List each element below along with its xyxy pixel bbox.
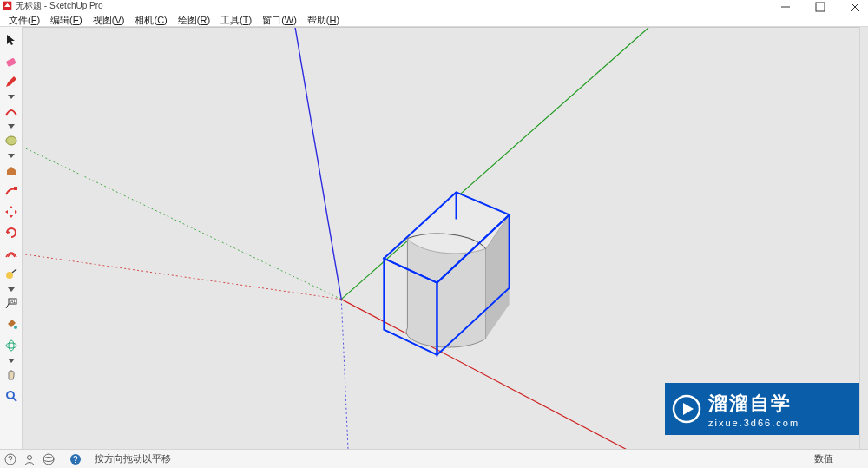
window-title: 无标题 - SketchUp Pro bbox=[16, 1, 103, 11]
tool-shape[interactable] bbox=[2, 131, 21, 150]
workspace: A1 bbox=[0, 27, 868, 449]
svg-line-12 bbox=[6, 304, 9, 308]
svg-line-22 bbox=[295, 28, 341, 300]
minimize-icon bbox=[780, 2, 791, 12]
tool-arc-dropdown[interactable] bbox=[2, 122, 21, 129]
window-controls bbox=[778, 2, 863, 12]
viewport[interactable]: 溜溜自学 zixue.3d66.com bbox=[23, 27, 868, 449]
chevron-down-icon bbox=[8, 154, 15, 158]
svg-point-16 bbox=[7, 392, 14, 399]
help-icon[interactable]: ? bbox=[3, 452, 17, 466]
tool-line-dropdown[interactable] bbox=[2, 93, 21, 100]
svg-text:?: ? bbox=[73, 455, 78, 465]
close-button[interactable] bbox=[847, 2, 863, 12]
menu-view[interactable]: 视图(V) bbox=[88, 14, 130, 26]
menu-window[interactable]: 窗口(W) bbox=[257, 14, 302, 26]
tool-paint[interactable] bbox=[2, 315, 21, 334]
svg-line-9 bbox=[12, 269, 16, 273]
tool-pushpull[interactable] bbox=[2, 161, 21, 180]
svg-line-19 bbox=[23, 132, 341, 299]
restore-icon bbox=[815, 2, 825, 12]
rotate-icon bbox=[4, 226, 18, 240]
tool-orbit[interactable] bbox=[2, 336, 21, 355]
svg-line-23 bbox=[341, 300, 348, 449]
menu-bar: 文件(F) 编辑(E) 视图(V) 相机(C) 绘图(R) 工具(T) 窗口(W… bbox=[0, 13, 868, 27]
menu-edit[interactable]: 编辑(E) bbox=[45, 14, 88, 26]
svg-marker-29 bbox=[683, 403, 694, 415]
tool-move[interactable] bbox=[2, 202, 21, 221]
user-icon[interactable] bbox=[23, 452, 36, 466]
svg-line-17 bbox=[13, 398, 16, 401]
restore-button[interactable] bbox=[812, 2, 828, 12]
tool-tape-dropdown[interactable] bbox=[2, 286, 21, 293]
menu-file[interactable]: 文件(F) bbox=[3, 14, 45, 26]
axes bbox=[23, 28, 648, 449]
chevron-down-icon bbox=[8, 124, 15, 129]
offset-icon bbox=[4, 247, 18, 260]
rectangle-icon bbox=[4, 134, 18, 148]
tool-arc[interactable] bbox=[2, 102, 21, 121]
toolbar: A1 bbox=[0, 27, 23, 449]
model bbox=[384, 192, 509, 347]
geo-icon[interactable] bbox=[42, 452, 56, 466]
close-icon bbox=[850, 2, 860, 12]
svg-point-32 bbox=[28, 455, 32, 459]
svg-point-15 bbox=[9, 340, 14, 351]
tool-eraser[interactable] bbox=[2, 51, 21, 70]
tool-tape[interactable] bbox=[2, 265, 21, 284]
tool-shape-dropdown[interactable] bbox=[2, 152, 21, 159]
pushpull-icon bbox=[4, 163, 18, 177]
svg-rect-5 bbox=[5, 57, 16, 67]
chevron-down-icon bbox=[8, 95, 15, 99]
menu-camera[interactable]: 相机(C) bbox=[129, 14, 172, 26]
svg-point-13 bbox=[14, 326, 17, 329]
svg-text:A1: A1 bbox=[10, 299, 16, 304]
paint-bucket-icon bbox=[4, 318, 18, 332]
pencil-icon bbox=[4, 75, 18, 89]
tape-icon bbox=[4, 267, 18, 281]
vcb-label: 数值 bbox=[814, 452, 833, 465]
tray-bar bbox=[859, 27, 868, 449]
followme-icon bbox=[4, 184, 18, 198]
tool-pan[interactable] bbox=[2, 366, 21, 385]
svg-rect-7 bbox=[14, 187, 17, 190]
move-icon bbox=[4, 205, 18, 219]
svg-point-14 bbox=[6, 343, 16, 348]
chevron-down-icon bbox=[8, 359, 15, 363]
orbit-icon bbox=[4, 339, 18, 353]
info-icon[interactable]: ? bbox=[69, 452, 82, 466]
tool-rotate[interactable] bbox=[2, 223, 21, 242]
cursor-icon bbox=[4, 33, 18, 47]
chevron-down-icon bbox=[8, 287, 15, 292]
tool-followme[interactable] bbox=[2, 181, 21, 201]
watermark-url: zixue.3d66.com bbox=[708, 418, 799, 428]
status-bar: ? | ? 按方向拖动以平移 数值 bbox=[0, 449, 868, 468]
tool-line[interactable] bbox=[2, 72, 21, 91]
minimize-button[interactable] bbox=[778, 2, 793, 12]
app-icon bbox=[3, 1, 12, 10]
tool-zoom[interactable] bbox=[2, 386, 21, 405]
tool-text[interactable]: A1 bbox=[2, 294, 21, 313]
arc-icon bbox=[4, 104, 18, 118]
text-icon: A1 bbox=[4, 297, 18, 311]
menu-draw[interactable]: 绘图(R) bbox=[173, 14, 215, 26]
pan-icon bbox=[4, 368, 18, 382]
eraser-icon bbox=[4, 54, 18, 68]
menu-help[interactable]: 帮助(H) bbox=[302, 14, 345, 26]
svg-point-8 bbox=[6, 272, 13, 279]
tool-select[interactable] bbox=[2, 30, 21, 49]
svg-rect-2 bbox=[816, 3, 825, 11]
svg-point-33 bbox=[43, 454, 54, 465]
svg-point-34 bbox=[43, 457, 54, 461]
svg-line-21 bbox=[23, 250, 341, 300]
zoom-icon bbox=[4, 389, 18, 403]
tool-orbit-dropdown[interactable] bbox=[2, 357, 21, 364]
play-icon bbox=[665, 393, 708, 425]
menu-tools[interactable]: 工具(T) bbox=[215, 14, 257, 26]
title-bar: 无标题 - SketchUp Pro bbox=[0, 0, 868, 13]
status-tip: 按方向拖动以平移 bbox=[95, 452, 171, 465]
svg-text:?: ? bbox=[8, 455, 13, 465]
svg-point-6 bbox=[6, 136, 16, 145]
tool-offset[interactable] bbox=[2, 244, 21, 263]
watermark: 溜溜自学 zixue.3d66.com bbox=[665, 383, 868, 435]
